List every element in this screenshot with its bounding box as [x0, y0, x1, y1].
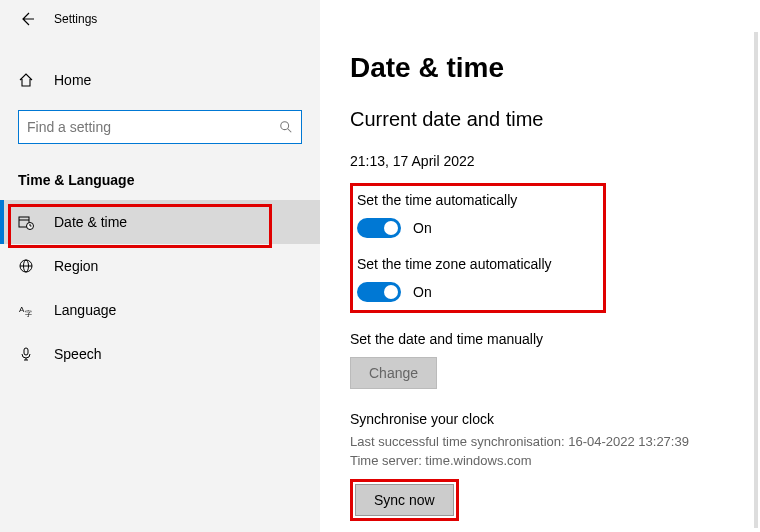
section-title: Time & Language — [18, 172, 320, 188]
calendar-clock-icon — [18, 214, 36, 230]
auto-zone-label: Set the time zone automatically — [357, 256, 595, 272]
search-icon — [279, 120, 293, 134]
svg-text:字: 字 — [25, 310, 32, 317]
search-container — [18, 110, 302, 144]
nav-speech-label: Speech — [54, 346, 101, 362]
page-heading: Date & time — [350, 52, 730, 84]
change-button: Change — [350, 357, 437, 389]
sidebar: Settings Home Time & Language Date & tim… — [0, 0, 320, 532]
setting-manual: Set the date and time manually Change — [350, 331, 730, 389]
main-panel: Date & time Current date and time 21:13,… — [320, 0, 760, 532]
sync-last: Last successful time synchronisation: 16… — [350, 433, 730, 452]
sync-section: Synchronise your clock Last successful t… — [350, 411, 730, 521]
annotation-toggles-highlight: Set the time automatically On Set the ti… — [350, 183, 606, 313]
auto-zone-state: On — [413, 284, 432, 300]
scrollbar[interactable] — [754, 32, 758, 528]
nav-date-time-label: Date & time — [54, 214, 127, 230]
titlebar: Settings — [0, 0, 320, 38]
search-box[interactable] — [18, 110, 302, 144]
globe-icon — [18, 258, 36, 274]
svg-point-4 — [281, 122, 289, 130]
language-icon: A字 — [18, 302, 36, 318]
nav-speech[interactable]: Speech — [0, 332, 320, 376]
nav-region-label: Region — [54, 258, 98, 274]
current-datetime: 21:13, 17 April 2022 — [350, 153, 730, 169]
home-icon — [18, 72, 36, 88]
setting-auto-zone: Set the time zone automatically On — [357, 256, 595, 302]
svg-line-5 — [288, 129, 292, 133]
sync-title: Synchronise your clock — [350, 411, 730, 427]
window-title: Settings — [54, 12, 97, 26]
setting-auto-time: Set the time automatically On — [357, 192, 595, 238]
nav-home[interactable]: Home — [0, 60, 320, 100]
annotation-sync-highlight: Sync now — [350, 479, 459, 521]
svg-rect-16 — [24, 348, 28, 355]
sync-server: Time server: time.windows.com — [350, 452, 730, 471]
nav-language[interactable]: A字 Language — [0, 288, 320, 332]
nav-date-time[interactable]: Date & time — [0, 200, 320, 244]
auto-time-label: Set the time automatically — [357, 192, 595, 208]
auto-time-state: On — [413, 220, 432, 236]
nav-home-label: Home — [54, 72, 91, 88]
page-subheading: Current date and time — [350, 108, 730, 131]
nav-language-label: Language — [54, 302, 116, 318]
auto-time-toggle[interactable] — [357, 218, 401, 238]
nav-region[interactable]: Region — [0, 244, 320, 288]
back-button[interactable] — [18, 10, 36, 28]
search-input[interactable] — [27, 119, 279, 135]
microphone-icon — [18, 346, 36, 362]
manual-label: Set the date and time manually — [350, 331, 730, 347]
sync-now-button[interactable]: Sync now — [355, 484, 454, 516]
auto-zone-toggle[interactable] — [357, 282, 401, 302]
